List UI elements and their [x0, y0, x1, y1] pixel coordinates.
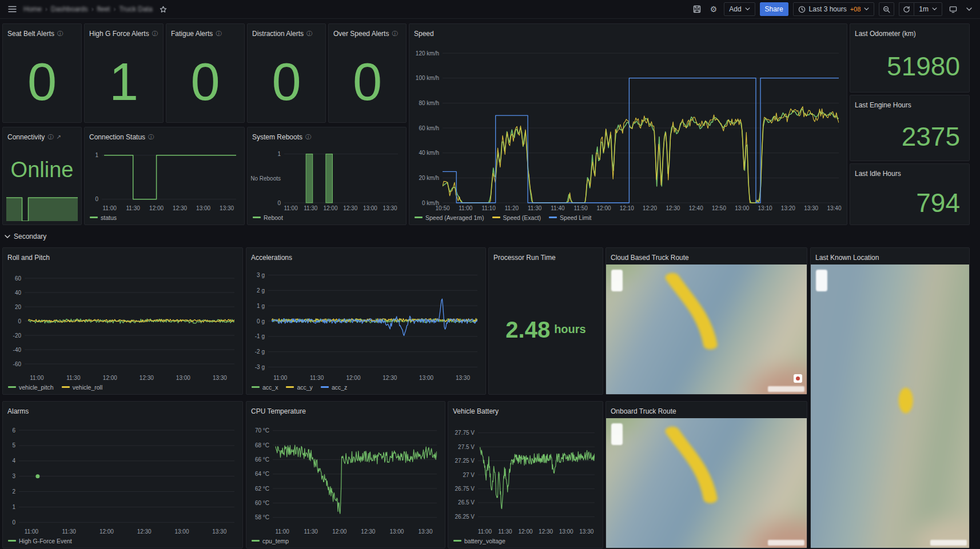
- favorite-star-icon[interactable]: [157, 5, 169, 14]
- system-reboots-chart[interactable]: 0No Reboots111:0011:3012:0012:3013:0013:…: [251, 144, 403, 213]
- map-last-location[interactable]: [811, 265, 969, 548]
- grafana-dashboard: Home › Dashboards › fleet › Truck Data ⚙…: [0, 0, 980, 549]
- legend-item[interactable]: Reboot: [253, 214, 283, 221]
- stat-value: 0: [190, 55, 220, 108]
- svg-text:11:00: 11:00: [459, 205, 473, 211]
- svg-text:10:50: 10:50: [435, 205, 449, 211]
- panel-header[interactable]: Cloud Based Truck Route: [606, 248, 807, 265]
- map-zoom-control[interactable]: [611, 270, 623, 291]
- info-icon[interactable]: ⓘ: [306, 31, 312, 37]
- info-icon[interactable]: ⓘ: [392, 31, 397, 37]
- info-icon[interactable]: ⓘ: [47, 134, 53, 140]
- info-icon[interactable]: ⓘ: [152, 31, 158, 37]
- refresh-icon[interactable]: [899, 2, 914, 16]
- legend-item[interactable]: Speed Limit: [549, 214, 591, 221]
- panel-header[interactable]: Seat Belt Alerts ⓘ: [3, 24, 81, 41]
- map-marker: [794, 374, 802, 383]
- legend-item[interactable]: Speed (Exact): [492, 214, 541, 221]
- svg-text:12:00: 12:00: [332, 528, 346, 535]
- location-dot: [811, 265, 969, 548]
- accelerations-chart[interactable]: 3 g2 g1 g0 g-1 g-2 g-3 g11:0011:3012:001…: [250, 265, 482, 382]
- map-zoom-control[interactable]: [816, 270, 827, 291]
- speed-chart[interactable]: 0 km/h20 km/h40 km/h60 km/h80 km/h100 km…: [413, 41, 843, 213]
- tv-mode-icon[interactable]: [947, 5, 959, 14]
- panel-title: High G Force Alerts: [89, 30, 149, 38]
- info-icon[interactable]: ⓘ: [216, 31, 221, 37]
- panel-header[interactable]: Processor Run Time: [489, 248, 603, 265]
- legend-item[interactable]: status: [90, 214, 117, 221]
- legend-color-mark: [252, 386, 260, 388]
- svg-text:40 km/h: 40 km/h: [419, 150, 439, 156]
- map-onboard-route[interactable]: [606, 418, 807, 548]
- panel-header[interactable]: System Reboots ⓘ: [248, 127, 406, 144]
- cpu-temperature-chart[interactable]: 58 °C60 °C62 °C64 °C66 °C68 °C70 °C11:00…: [250, 418, 441, 536]
- info-icon[interactable]: ⓘ: [305, 134, 311, 140]
- legend-item[interactable]: High G-Force Event: [8, 538, 72, 544]
- panel-header[interactable]: Last Engine Hours: [850, 95, 969, 112]
- panel-title: Onboard Truck Route: [611, 407, 676, 415]
- vehicle-battery-chart[interactable]: 26.25 V26.5 V26.75 V27 V27.25 V27.5 V27.…: [452, 418, 599, 536]
- panel-header[interactable]: CPU Temperature: [246, 402, 445, 418]
- info-icon[interactable]: ⓘ: [57, 31, 63, 37]
- chart-legend: Reboot: [248, 213, 406, 225]
- roll-pitch-chart[interactable]: -60-40-20020406011:0011:3012:0012:3013:0…: [6, 265, 239, 382]
- panel-header[interactable]: Connectivity ⓘ ↗: [3, 127, 81, 144]
- panel-header[interactable]: Last Idle Hours: [850, 164, 969, 181]
- svg-text:-60: -60: [13, 361, 22, 367]
- stat-value: 51980: [887, 53, 960, 79]
- panel-title: Connection Status: [89, 133, 145, 141]
- panel-header[interactable]: Vehicle Battery: [448, 402, 603, 418]
- svg-text:11:00: 11:00: [273, 375, 288, 381]
- legend-item[interactable]: battery_voltage: [453, 538, 505, 544]
- breadcrumb-item-dashboards[interactable]: Dashboards: [51, 5, 88, 13]
- svg-text:12:30: 12:30: [666, 205, 680, 211]
- legend-item[interactable]: vehicle_pitch: [8, 384, 54, 391]
- alarms-chart[interactable]: 012345611:0011:3012:0012:3013:0013:30: [6, 418, 239, 536]
- row-secondary-toggle[interactable]: Secondary: [5, 230, 46, 243]
- panel-header[interactable]: Accelerations: [246, 248, 485, 265]
- panel-header[interactable]: Connection Status ⓘ: [85, 127, 244, 144]
- breadcrumb-item-home[interactable]: Home: [23, 5, 42, 13]
- svg-text:13:00: 13:00: [176, 375, 190, 381]
- svg-text:27.5 V: 27.5 V: [458, 444, 475, 450]
- share-button[interactable]: Share: [760, 2, 788, 16]
- legend-item[interactable]: Speed (Averaged 1m): [415, 214, 484, 221]
- chart-legend: cpu_temp: [246, 536, 445, 548]
- legend-item[interactable]: cpu_temp: [252, 538, 289, 544]
- legend-item[interactable]: acc_x: [252, 384, 278, 391]
- legend-item[interactable]: acc_z: [321, 384, 347, 391]
- breadcrumb-item-folder[interactable]: fleet: [97, 5, 110, 13]
- chevron-down-icon[interactable]: [964, 6, 974, 13]
- panel-header[interactable]: Alarms: [3, 402, 242, 418]
- panel-header[interactable]: Over Speed Alerts ⓘ: [329, 24, 406, 41]
- refresh-interval-dropdown[interactable]: 1m: [914, 2, 942, 16]
- connection-status-chart[interactable]: 0111:0011:3012:0012:3013:0013:30: [88, 144, 241, 213]
- svg-text:11:30: 11:30: [498, 528, 512, 535]
- panel-header[interactable]: Onboard Truck Route: [606, 402, 807, 418]
- svg-text:11:40: 11:40: [551, 205, 565, 211]
- zoom-out-icon[interactable]: [879, 2, 894, 16]
- legend-item[interactable]: acc_y: [286, 384, 312, 391]
- add-button[interactable]: Add: [724, 2, 755, 16]
- breadcrumb: Home › Dashboards › fleet › Truck Data: [23, 5, 153, 13]
- settings-gear-icon[interactable]: ⚙: [708, 4, 720, 14]
- panel-header[interactable]: Speed: [409, 24, 847, 41]
- chart-legend: status: [85, 213, 244, 225]
- svg-text:13:30: 13:30: [220, 205, 234, 211]
- save-dashboard-icon[interactable]: [691, 4, 703, 14]
- panel-header[interactable]: Fatigue Alerts ⓘ: [166, 24, 244, 41]
- connectivity-sparkline[interactable]: [6, 195, 78, 221]
- map-cloud-route[interactable]: [606, 265, 807, 394]
- legend-item[interactable]: vehicle_roll: [62, 384, 103, 391]
- panel-header[interactable]: Distraction Alerts ⓘ: [248, 24, 325, 41]
- external-link-icon[interactable]: ↗: [56, 134, 61, 140]
- map-zoom-control[interactable]: [611, 423, 623, 445]
- menu-icon[interactable]: [6, 5, 19, 14]
- panel-header[interactable]: Roll and Pitch: [3, 248, 242, 265]
- legend-color-mark: [286, 386, 294, 388]
- info-icon[interactable]: ⓘ: [148, 134, 154, 140]
- time-range-picker[interactable]: Last 3 hours +08: [793, 2, 875, 16]
- panel-header[interactable]: High G Force Alerts ⓘ: [85, 24, 163, 41]
- panel-header[interactable]: Last Odometer (km): [850, 24, 969, 41]
- panel-header[interactable]: Last Known Location: [811, 248, 969, 265]
